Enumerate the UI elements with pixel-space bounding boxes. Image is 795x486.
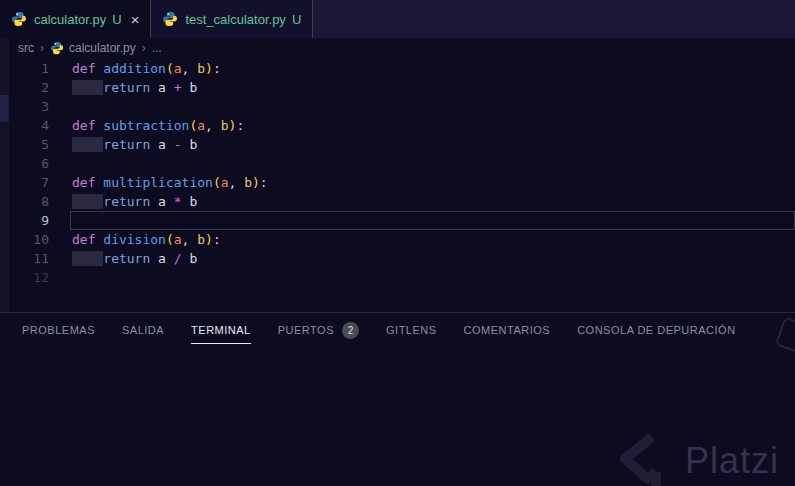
tab-close-icon[interactable]: ×	[131, 12, 140, 27]
breadcrumb-item-...[interactable]: ...	[152, 41, 162, 55]
tab-calculator.py[interactable]: calculator.pyU×	[0, 0, 151, 38]
line-number: 8	[9, 192, 49, 211]
code-text: def multiplication(a, b):	[72, 173, 268, 192]
code-line[interactable]: 8 return a * b	[9, 192, 795, 211]
code-text: return a + b	[72, 78, 197, 97]
code-text: return a * b	[72, 192, 197, 211]
git-untracked-badge: U	[112, 12, 121, 27]
panel-tab-label: TERMINAL	[191, 313, 251, 347]
panel-tab-puertos[interactable]: PUERTOS2	[278, 313, 359, 347]
code-line[interactable]: 6	[9, 154, 795, 173]
panel-tab-consola-de-depuración[interactable]: CONSOLA DE DEPURACIÓN	[577, 313, 735, 347]
panel-tab-label: COMENTARIOS	[464, 313, 551, 347]
chevron-right-icon: ›	[142, 41, 146, 55]
panel-tab-label: SALIDA	[122, 313, 164, 347]
code-line[interactable]: 12	[9, 268, 795, 287]
line-number: 10	[9, 230, 49, 249]
panel-tab-label: PROBLEMAS	[22, 313, 95, 347]
panel-tab-label: GITLENS	[386, 313, 437, 347]
ports-badge: 2	[342, 322, 359, 339]
line-number: 4	[9, 116, 49, 135]
code-line[interactable]: 10def division(a, b):	[9, 230, 795, 249]
panel-tab-gitlens[interactable]: GITLENS	[386, 313, 437, 347]
breadcrumb: src›calculator.py›...	[0, 38, 795, 57]
python-icon	[50, 41, 64, 55]
panel-tab-salida[interactable]: SALIDA	[122, 313, 164, 347]
panel-tab-bar: PROBLEMASSALIDATERMINALPUERTOS2GITLENSCO…	[0, 313, 795, 347]
git-untracked-badge: U	[292, 12, 301, 27]
sidebar-edge	[0, 38, 9, 312]
breadcrumb-label: calculator.py	[69, 41, 136, 55]
breadcrumb-item-calculator.py[interactable]: calculator.py	[50, 41, 136, 55]
code-line[interactable]: 4def subtraction(a, b):	[9, 116, 795, 135]
platzi-watermark-text: Platzi	[685, 440, 779, 482]
line-number: 3	[9, 97, 49, 116]
line-number: 6	[9, 154, 49, 173]
code-line[interactable]: 9	[9, 211, 795, 230]
breadcrumb-item-src[interactable]: src	[18, 41, 34, 55]
code-line[interactable]: 5 return a - b	[9, 135, 795, 154]
tab-label: calculator.py	[34, 12, 106, 27]
chevron-right-icon: ›	[40, 41, 44, 55]
python-icon	[11, 11, 27, 27]
tab-label: test_calculator.py	[185, 12, 285, 27]
line-number: 9	[9, 211, 49, 230]
line-number: 2	[9, 78, 49, 97]
platzi-watermark: Platzi	[615, 428, 779, 486]
python-icon	[162, 11, 178, 27]
panel-tab-comentarios[interactable]: COMENTARIOS	[464, 313, 551, 347]
breadcrumb-label: ...	[152, 41, 162, 55]
code-text: return a / b	[72, 249, 197, 268]
code-text: def subtraction(a, b):	[72, 116, 244, 135]
panel-tab-label: CONSOLA DE DEPURACIÓN	[577, 313, 735, 347]
code-line[interactable]: 3	[9, 97, 795, 116]
line-number: 12	[9, 268, 49, 287]
panel-tab-problemas[interactable]: PROBLEMAS	[22, 313, 95, 347]
line-number: 5	[9, 135, 49, 154]
code-text: def division(a, b):	[72, 230, 221, 249]
code-line[interactable]: 11 return a / b	[9, 249, 795, 268]
line-number: 1	[9, 59, 49, 78]
code-text: def addition(a, b):	[72, 59, 221, 78]
code-line[interactable]: 1def addition(a, b):	[9, 59, 795, 78]
line-number: 7	[9, 173, 49, 192]
code-line[interactable]: 2 return a + b	[9, 78, 795, 97]
tab-test_calculator.py[interactable]: test_calculator.pyU	[151, 0, 313, 38]
line-number: 11	[9, 249, 49, 268]
sidebar-scrollbar[interactable]	[0, 95, 9, 122]
platzi-logo-icon	[615, 428, 669, 486]
code-editor[interactable]: 1def addition(a, b):2 return a + b34def …	[9, 57, 795, 314]
code-line[interactable]: 7def multiplication(a, b):	[9, 173, 795, 192]
panel-tab-terminal[interactable]: TERMINAL	[191, 313, 251, 347]
code-text: return a - b	[72, 135, 197, 154]
breadcrumb-label: src	[18, 41, 34, 55]
tab-bar: calculator.pyU×test_calculator.pyU	[0, 0, 795, 38]
panel-tab-label: PUERTOS	[278, 313, 334, 347]
